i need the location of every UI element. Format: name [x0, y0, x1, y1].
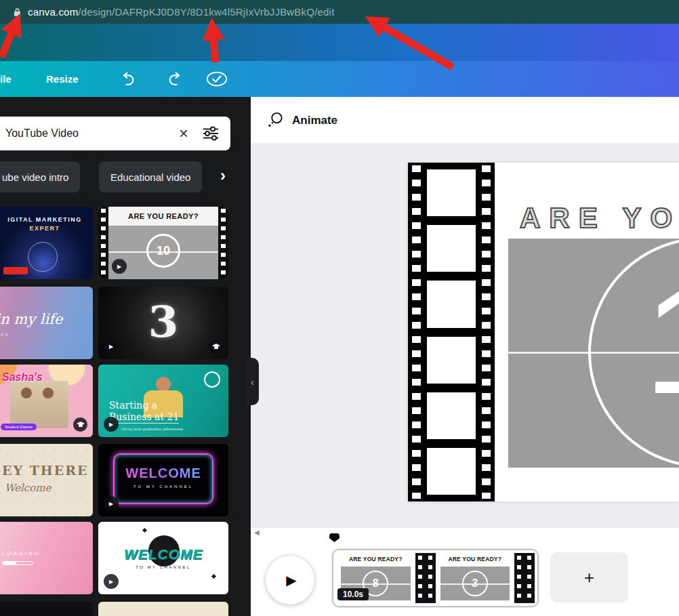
design-page[interactable]: ARE YO 1: [408, 163, 679, 501]
templates-sidebar: YouTube Video × ube video intro Educatio…: [0, 97, 251, 616]
template-title: my in my life: [0, 311, 62, 327]
chip-youtube-video-intro[interactable]: ube video intro: [0, 161, 80, 192]
video-play-icon: ▶: [104, 496, 119, 511]
plus-icon: +: [584, 567, 594, 588]
template-countdown-3[interactable]: 3 ▶: [98, 287, 228, 359]
film-strip-graphic: [408, 163, 495, 501]
timeline-panel: ◀ ▶ ARE YOU READY? 8 ARE YOU READY? 3: [251, 528, 679, 616]
template-title: WELCOME: [98, 466, 228, 481]
template-subtitle: Welcome: [5, 482, 51, 494]
play-icon: ▶: [286, 572, 296, 588]
clip-title: ARE YOU READY?: [336, 556, 415, 562]
browser-address-bar[interactable]: canva.com/design/DAFRpKJ0D8Y/8D1kw4l5RjI…: [0, 0, 679, 24]
template-sashas-diaries[interactable]: Sasha's Student Diaries: [0, 365, 93, 437]
video-play-icon: ▶: [104, 339, 119, 354]
photo-two-girls: [10, 381, 68, 428]
countdown-digit: 1: [644, 264, 679, 417]
template-title: LOADING: [2, 550, 41, 556]
template-starting-a-business[interactable]: Starting a Business at 21 nd my post-gra…: [98, 365, 228, 437]
template-title: Sasha's: [2, 371, 43, 384]
video-play-icon: ▶: [104, 574, 119, 589]
template-loading[interactable]: LOADING: [0, 522, 93, 594]
sparkle-icon: [142, 528, 147, 533]
title-band: ARE YOU READY?: [108, 207, 218, 226]
url-text[interactable]: canva.com/design/DAFRpKJ0D8Y/8D1kw4l5RjI…: [28, 6, 335, 18]
canvas-region: ARE YO 1: [251, 143, 679, 528]
graduation-cap-icon: [209, 340, 223, 354]
template-digital-marketing[interactable]: IGITAL MARKETING EXPERT: [0, 207, 93, 279]
clip-countdown: 3: [440, 567, 510, 600]
person: [156, 377, 171, 392]
lock-icon[interactable]: [14, 7, 21, 17]
timeline-clip-2[interactable]: ARE YOU READY? 3: [436, 553, 515, 603]
template-subtitle: TO MY CHANNEL: [98, 485, 228, 489]
template-partial-map[interactable]: [98, 602, 228, 616]
template-hey-there-welcome[interactable]: EY THERE Welcome: [0, 444, 93, 516]
template-title-line1: Starting a: [109, 400, 157, 411]
chips-scroll-right-icon[interactable]: ›: [220, 166, 226, 185]
redo-icon[interactable]: [167, 61, 184, 97]
film-strip-divider: [514, 553, 535, 603]
clip-duration-badge: 10.0s: [337, 588, 369, 600]
graduation-cap-icon: [73, 417, 87, 432]
template-subtitle: TO MY CHANNEL: [98, 565, 228, 569]
countdown-number: 3: [148, 295, 179, 346]
editor-main-area: Animate ARE YO 1: [251, 97, 679, 616]
canva-header-band: [0, 24, 679, 61]
editor-toolbar: ile Resize: [0, 61, 679, 97]
person: [43, 388, 54, 398]
template-are-you-ready-10[interactable]: ARE YOU READY? 10 ▶: [98, 207, 228, 279]
filter-sliders-icon[interactable]: [202, 126, 220, 141]
template-caption: nd my post-graduation adventures: [121, 427, 183, 431]
film-strip-right: [218, 207, 228, 279]
file-menu-button[interactable]: ile: [0, 61, 12, 97]
animate-icon: [267, 111, 284, 131]
glow-ring: [28, 242, 58, 272]
sidebar-collapse-handle[interactable]: ‹: [246, 358, 259, 405]
search-value: YouTube Video: [5, 127, 230, 140]
animate-button[interactable]: Animate: [260, 108, 344, 134]
film-strip-divider: [415, 553, 436, 603]
film-strip-left: [98, 207, 108, 279]
template-title-line2: Business at 21: [109, 411, 179, 424]
chip-educational-video[interactable]: Educational video: [99, 161, 202, 192]
timeline-scroll-left-icon[interactable]: ◀: [254, 529, 260, 536]
canva-editor-page: canva.com/design/DAFRpKJ0D8Y/8D1kw4l5RjI…: [0, 0, 679, 616]
loading-bar: [2, 561, 33, 565]
template-day-in-my-life[interactable]: my in my life DAILY VLOG: [0, 287, 93, 359]
subscribe-badge: [3, 267, 28, 274]
design-headline-text[interactable]: ARE YO: [520, 202, 679, 234]
countdown-graphic[interactable]: 1: [508, 239, 679, 468]
play-button[interactable]: ▶: [266, 556, 314, 604]
template-title: EY THERE: [2, 463, 89, 478]
template-subtitle: DAILY VLOG: [0, 333, 9, 337]
search-input[interactable]: YouTube Video ×: [0, 117, 230, 150]
channel-logo: [204, 371, 220, 388]
sparkle-icon: [211, 574, 216, 579]
collapse-chevron-icon: ‹: [251, 376, 254, 388]
url-domain: canva.com: [28, 6, 78, 18]
template-title: IGITAL MARKETING EXPERT: [0, 216, 89, 232]
video-play-icon: ▶: [112, 259, 127, 274]
template-welcome-neon[interactable]: WELCOME TO MY CHANNEL ▶: [98, 444, 228, 516]
playhead-marker[interactable]: [329, 533, 340, 542]
resize-button[interactable]: Resize: [46, 61, 79, 97]
add-page-button[interactable]: +: [550, 552, 628, 602]
template-welcome-teal[interactable]: WELCOME TO MY CHANNEL ▶: [98, 522, 228, 594]
countdown-circle: 10: [146, 234, 180, 268]
student-diaries-badge: Student Diaries: [1, 424, 37, 430]
animate-label: Animate: [292, 114, 337, 127]
clear-search-icon[interactable]: ×: [179, 125, 188, 142]
template-partial-dark[interactable]: [0, 602, 93, 616]
template-title: WELCOME: [98, 546, 228, 562]
video-play-icon: ▶: [104, 417, 119, 432]
url-path: /design/DAFRpKJ0D8Y/8D1kw4l5RjIxVrbJJBwB…: [78, 6, 334, 18]
undo-icon[interactable]: [119, 61, 136, 97]
context-toolbar: Animate: [251, 97, 679, 143]
person: [21, 388, 32, 398]
save-status-cloud-check-icon[interactable]: [205, 61, 228, 97]
clip-title: ARE YOU READY?: [436, 556, 515, 562]
